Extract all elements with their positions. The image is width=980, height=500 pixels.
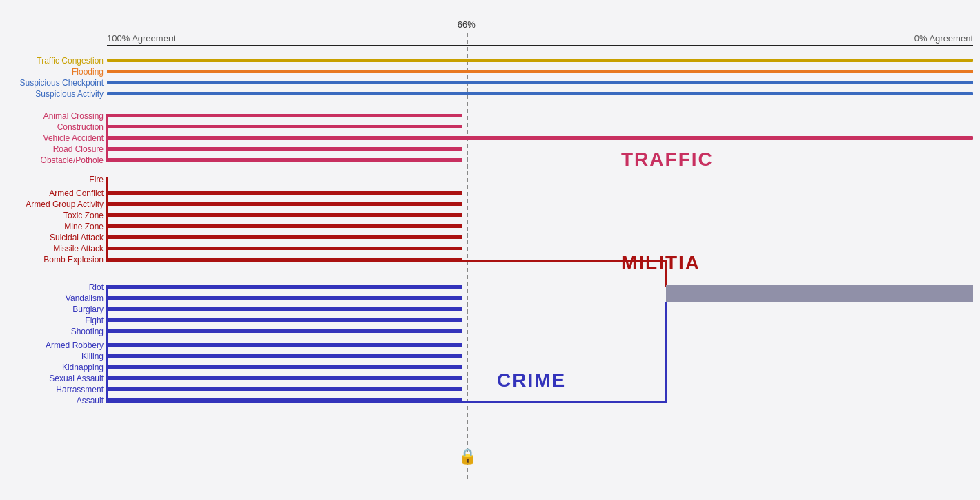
row-label-23: Killing [7,352,104,361]
bar-22 [107,343,462,347]
bar-20 [107,318,462,322]
row-label-17: Riot [7,282,104,292]
axis-line [107,45,973,46]
lock-icon: 🔒 [458,448,477,465]
bar-14 [107,235,462,239]
row-label-22: Armed Robbery [7,340,104,350]
bar-5 [107,125,462,128]
chart-container: 100% Agreement 0% Agreement 66% 🔒 Traffi… [0,0,980,500]
row-label-25: Sexual Assault [7,374,104,383]
row-label-24: Kidnapping [7,363,104,372]
row-label-10: Armed Conflict [7,189,104,198]
row-label-12: Toxic Zone [7,211,104,220]
bar-7 [107,147,462,151]
row-label-5: Construction [7,122,104,132]
bar-15 [107,247,462,250]
bar-18 [107,296,462,300]
bar-2 [107,81,973,84]
row-label-14: Suicidal Attack [7,233,104,242]
axis-label-left: 100% Agreement [107,33,176,44]
category-label-militia: MILITIA [621,252,700,274]
row-label-16: Bomb Explosion [7,255,104,265]
row-label-13: Mine Zone [7,222,104,231]
bar-24 [107,365,462,369]
row-label-19: Burglary [7,305,104,314]
category-label-traffic: TRAFFIC [621,148,714,171]
row-label-26: Harrassment [7,385,104,394]
bar-6 [107,136,973,140]
row-label-18: Vandalism [7,294,104,303]
bar-10 [107,191,462,195]
brackets-svg [0,0,980,500]
row-label-1: Flooding [7,67,104,77]
row-label-4: Animal Crossing [7,111,104,121]
bar-26 [107,387,462,391]
bar-11 [107,202,462,206]
bar-25 [107,376,462,380]
row-label-6: Vehicle Accident [7,133,104,143]
row-label-21: Shooting [7,327,104,336]
row-label-15: Missile Attack [7,244,104,253]
bar-12 [107,213,462,217]
pct-label: 66% [458,19,476,30]
bar-17 [107,285,462,289]
bar-1 [107,70,973,73]
bar-27 [107,398,462,402]
bar-13 [107,224,462,228]
bar-21 [107,329,462,333]
row-label-2: Suspicious Checkpoint [7,78,104,88]
bar-8 [107,158,462,162]
category-label-crime: CRIME [497,369,566,392]
dashed-line [467,33,468,479]
svg-rect-0 [666,285,973,302]
bar-4 [107,114,462,117]
axis-label-right: 0% Agreement [914,33,973,44]
row-label-11: Armed Group Activity [7,200,104,209]
row-label-0: Traffic Congestion [7,56,104,66]
row-label-9: Fire [7,175,104,184]
bar-0 [107,59,973,62]
bar-3 [107,92,973,95]
row-label-20: Fight [7,316,104,325]
bar-19 [107,307,462,311]
bar-23 [107,354,462,358]
row-label-8: Obstacle/Pothole [7,155,104,165]
row-label-27: Assault [7,396,104,405]
row-label-3: Suspicious Activity [7,89,104,99]
bar-16 [107,258,462,261]
row-label-7: Road Closure [7,144,104,154]
